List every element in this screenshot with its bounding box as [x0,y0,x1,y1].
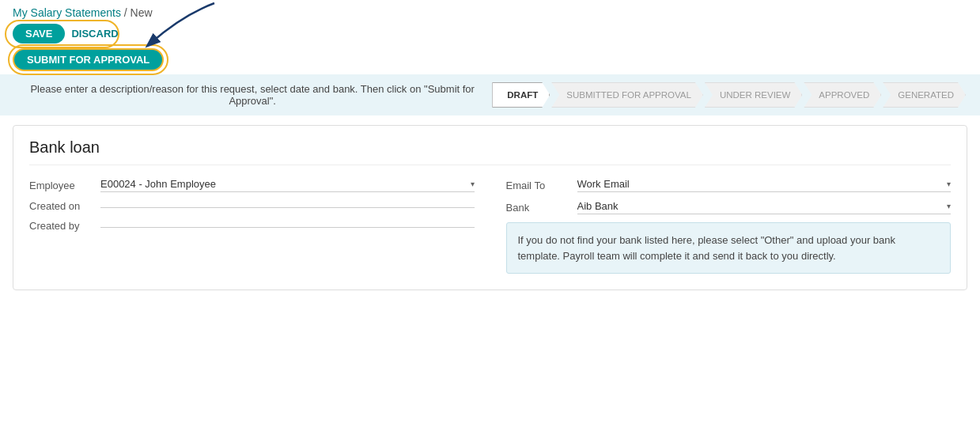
pipeline: DRAFT SUBMITTED FOR APPROVAL UNDER REVIE… [492,82,967,108]
breadcrumb-current: New [131,6,153,19]
created-by-value [100,225,475,228]
created-by-label: Created by [29,220,100,232]
discard-button[interactable]: DISCARD [65,24,124,44]
employee-select[interactable]: E00024 - John Employee [100,178,471,190]
save-discard-group: SAVE DISCARD [13,24,125,44]
submit-wrapper: SUBMIT FOR APPROVAL [13,48,164,71]
email-to-row: Email To Work Email ▾ [506,178,952,192]
created-on-row: Created on [29,200,475,212]
breadcrumb-separator: / [124,6,127,19]
bank-label: Bank [506,202,577,214]
pipeline-step-under-review: UNDER REVIEW [705,82,802,108]
bank-select-arrow: ▾ [947,202,951,210]
employee-label: Employee [29,180,100,191]
created-on-value [100,205,475,208]
save-button[interactable]: SAVE [13,24,65,44]
employee-row: Employee E00024 - John Employee ▾ [29,178,475,192]
email-to-select[interactable]: Work Email [577,178,948,190]
email-to-select-arrow: ▾ [947,180,951,188]
employee-select-arrow: ▾ [471,180,475,188]
created-by-row: Created by [29,220,475,232]
created-on-label: Created on [29,200,100,212]
bank-row: Bank Aib Bank ▾ [506,200,952,214]
form-right-column: Email To Work Email ▾ Bank Aib Bank ▾ If [506,178,952,274]
email-to-label: Email To [506,180,577,191]
employee-select-wrapper[interactable]: E00024 - John Employee ▾ [100,178,475,192]
pipeline-step-generated: GENERATED [883,82,966,108]
email-to-select-wrapper[interactable]: Work Email ▾ [577,178,952,192]
toolbar: SAVE DISCARD [13,24,967,44]
form-title: Bank loan [29,138,951,165]
pipeline-step-approved: APPROVED [804,82,881,108]
pipeline-step-draft: DRAFT [492,82,550,108]
form-grid: Employee E00024 - John Employee ▾ Create… [29,178,951,274]
submit-button[interactable]: SUBMIT FOR APPROVAL [13,48,164,71]
form-card: Bank loan Employee E00024 - John Employe… [13,125,967,290]
bank-select[interactable]: Aib Bank [577,200,948,212]
form-left-column: Employee E00024 - John Employee ▾ Create… [29,178,475,274]
pipeline-step-submitted: SUBMITTED FOR APPROVAL [551,82,703,108]
bank-select-wrapper[interactable]: Aib Bank ▾ [577,200,952,214]
breadcrumb-parent[interactable]: My Salary Statements [13,6,121,19]
bank-info-box: If you do not find your bank listed here… [506,222,952,274]
status-info-message: Please enter a description/reason for th… [13,83,492,107]
breadcrumb: My Salary Statements / New [13,6,967,19]
status-bar: Please enter a description/reason for th… [0,74,980,115]
